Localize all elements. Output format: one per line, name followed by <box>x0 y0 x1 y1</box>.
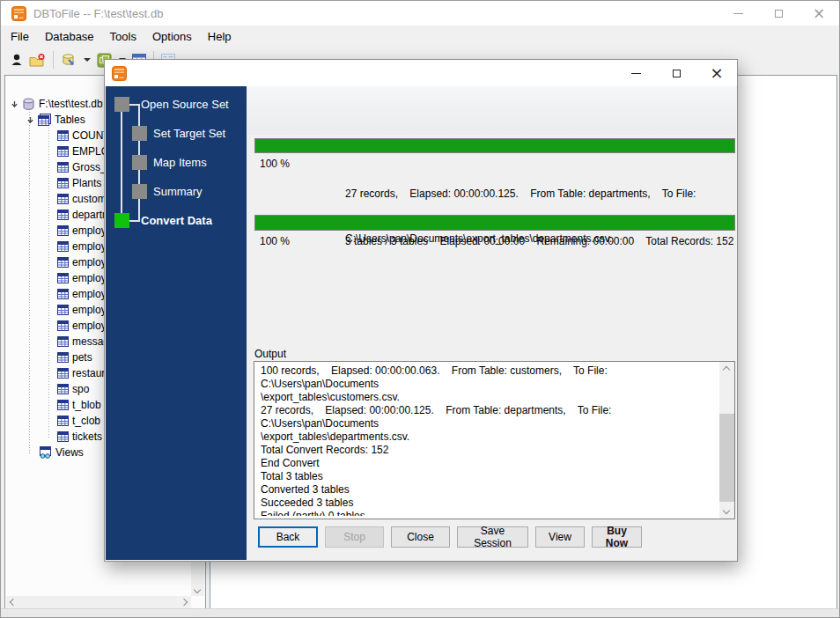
scroll-right-icon[interactable] <box>181 599 188 606</box>
step-square-map-items <box>132 155 147 170</box>
step-set-target-set[interactable]: Set Target Set <box>153 127 225 140</box>
tree-node-label: employ <box>72 288 107 300</box>
output-label: Output <box>254 348 286 360</box>
overall-progress-status: 100 % 3 tables / 3 tables Elapsed: 00:00… <box>260 234 735 249</box>
app-icon <box>11 6 26 21</box>
close-icon: × <box>813 6 825 21</box>
table-icon <box>57 431 69 442</box>
expand-arrow-icon[interactable] <box>26 116 34 124</box>
menu-help[interactable]: Help <box>200 27 239 46</box>
convert-data-dialog: × Open Source Set Set Target Set Map Ite… <box>104 59 738 562</box>
tree-node-label: employ <box>72 272 107 284</box>
save-session-button[interactable]: Save Session <box>457 526 528 548</box>
tree-node-label: employ <box>72 256 107 269</box>
views-icon <box>40 446 52 459</box>
menu-database[interactable]: Database <box>37 27 102 46</box>
wizard-connector <box>121 105 122 221</box>
table-icon <box>57 320 69 331</box>
output-line: 27 records, Elapsed: 00:00:00.125. From … <box>261 404 715 430</box>
folder-error-icon[interactable] <box>26 51 48 70</box>
tree-node-label: Views <box>55 446 84 459</box>
tree-node-label: restaur <box>72 367 105 379</box>
dialog-minimize-button[interactable] <box>615 60 656 86</box>
export-database-icon[interactable] <box>58 51 79 70</box>
scroll-left-icon[interactable] <box>10 599 17 606</box>
dialog-close-button[interactable]: × <box>696 60 737 86</box>
scroll-down-icon[interactable] <box>723 507 730 514</box>
scroll-down-icon[interactable] <box>194 586 201 593</box>
output-line: Failed (partly) 0 tables <box>261 510 715 516</box>
step-open-source-set[interactable]: Open Source Set <box>141 98 229 111</box>
maximize-icon <box>673 70 681 77</box>
database-icon <box>22 98 35 111</box>
step-map-items[interactable]: Map Items <box>153 156 207 169</box>
table-icon <box>57 162 69 173</box>
menu-bar: File Database Tools Options Help <box>1 26 839 47</box>
close-dialog-button[interactable]: Close <box>391 526 450 548</box>
tables-icon <box>38 114 51 127</box>
menu-options[interactable]: Options <box>144 27 200 46</box>
dialog-button-row: Back Stop Close Save Session View Buy No… <box>258 526 642 548</box>
tree-node-label: custom <box>72 193 107 205</box>
maximize-button[interactable] <box>758 1 799 26</box>
output-line: Succeeded 3 tables <box>261 497 715 510</box>
step-square-set-target <box>132 126 147 141</box>
output-text: 100 records, Elapsed: 00:00:00.063. From… <box>261 364 715 516</box>
export-dropdown-icon[interactable] <box>84 58 91 62</box>
close-button[interactable]: × <box>799 1 839 26</box>
tree-node-label: employ <box>72 240 107 253</box>
buy-now-button[interactable]: Buy Now <box>592 526 642 548</box>
tree-node-label: employ <box>72 304 107 316</box>
view-button[interactable]: View <box>535 526 585 548</box>
tree-node-label: pets <box>72 351 92 364</box>
scroll-up-icon[interactable] <box>723 366 730 373</box>
app-icon <box>112 66 127 81</box>
tree-node-label: tickets <box>72 430 102 443</box>
tree-node-label: t_blob <box>72 399 101 411</box>
table-icon <box>57 384 69 394</box>
dialog-header-strip <box>247 86 736 135</box>
step-convert-data[interactable]: Convert Data <box>141 214 212 227</box>
table-icon <box>57 146 69 157</box>
output-line: Total Convert Records: 152 <box>261 444 715 457</box>
table-icon <box>57 178 69 188</box>
output-line: End Convert <box>261 457 715 470</box>
menu-file[interactable]: File <box>3 27 37 46</box>
scrollbar-thumb[interactable] <box>719 414 734 502</box>
stop-button[interactable]: Stop <box>325 526 384 548</box>
output-line: Total 3 tables <box>261 470 715 483</box>
tree-node-label: employ <box>72 320 107 332</box>
overall-progress-percent: 100 % <box>260 234 345 249</box>
tree-node-label: t_clob <box>72 415 100 427</box>
table-icon <box>57 368 69 379</box>
output-line: \export_tables\customers.csv. <box>261 391 715 404</box>
overall-progress-fill <box>255 216 734 230</box>
main-titlebar: DBToFile -- F:\test\test.db × <box>1 1 839 26</box>
output-vertical-scrollbar[interactable] <box>719 362 734 519</box>
output-box[interactable]: 100 records, Elapsed: 00:00:00.063. From… <box>254 361 735 519</box>
user-icon[interactable] <box>7 51 26 69</box>
table-icon <box>57 273 69 283</box>
table-icon <box>57 130 69 141</box>
table-icon <box>57 400 69 410</box>
expand-arrow-icon[interactable] <box>11 100 18 108</box>
tree-node-label: Tables <box>55 114 85 126</box>
tree-node-label: F:\test\test.db <box>39 98 103 110</box>
dialog-maximize-button[interactable] <box>656 60 696 86</box>
tree-node-label: employ <box>72 224 107 237</box>
wizard-sidebar: Open Source Set Set Target Set Map Items… <box>106 86 247 560</box>
table-icon <box>57 305 69 315</box>
status-bar <box>1 608 839 617</box>
table-icon <box>57 352 69 363</box>
overall-status-text: 3 tables / 3 tables Elapsed: 00:00:00 Re… <box>345 234 733 249</box>
dialog-titlebar: × <box>105 60 737 86</box>
step-summary[interactable]: Summary <box>153 185 203 198</box>
back-button[interactable]: Back <box>258 526 318 548</box>
menu-tools[interactable]: Tools <box>102 27 144 46</box>
tree-horizontal-scrollbar[interactable] <box>6 596 191 608</box>
main-window: DBToFile -- F:\test\test.db × File Datab… <box>0 0 840 618</box>
table-progress-bar <box>254 138 735 153</box>
table-progress-fill <box>255 139 734 152</box>
minimize-button[interactable] <box>718 1 758 26</box>
tree-node-label: Gross_ <box>72 161 107 173</box>
